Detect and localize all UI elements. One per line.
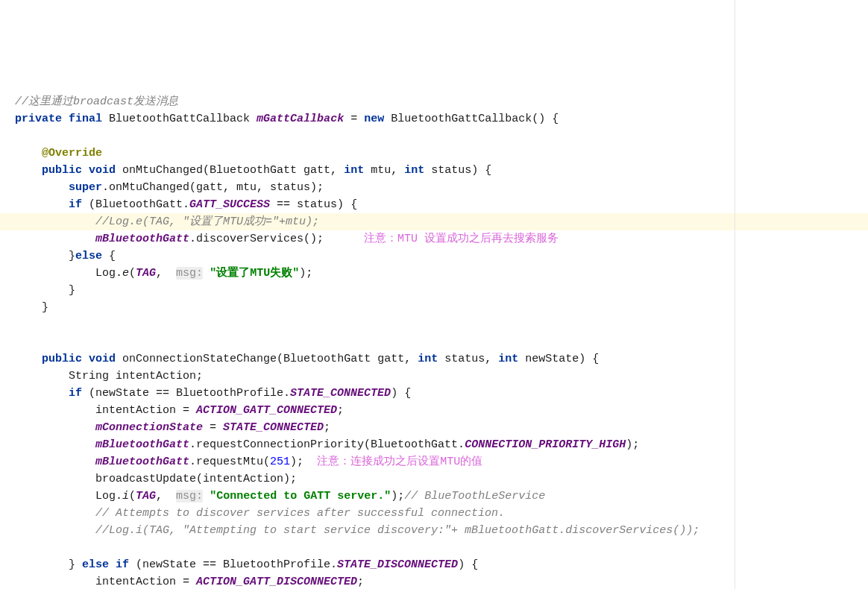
- code: Log.: [95, 490, 122, 503]
- keyword: int: [404, 164, 424, 177]
- keyword: void: [89, 353, 116, 365]
- method-sig: onConnectionStateChange(BluetoothGatt ga…: [122, 353, 411, 365]
- type: BluetoothGattCallback: [109, 113, 250, 125]
- keyword: public: [42, 164, 82, 177]
- paren: );: [626, 438, 639, 451]
- paren: );: [299, 267, 312, 280]
- constant: ACTION_GATT_DISCONNECTED: [196, 576, 357, 588]
- keyword: new: [364, 113, 384, 125]
- brace: }: [69, 284, 75, 297]
- comment-line: // BlueToothLeService: [404, 490, 545, 503]
- op: =: [203, 421, 223, 434]
- op: =: [350, 113, 357, 125]
- keyword: else: [75, 250, 102, 262]
- brace: {: [102, 250, 116, 262]
- code: == status) {: [270, 198, 357, 211]
- keyword: final: [69, 113, 102, 125]
- paren: (: [129, 490, 136, 503]
- keyword: void: [89, 164, 116, 177]
- code: intentAction =: [95, 576, 196, 588]
- keyword: int: [344, 164, 364, 177]
- brace: }: [69, 558, 82, 571]
- code: Log.: [95, 267, 122, 280]
- brace: }: [42, 301, 48, 314]
- string-literal: "设置了MTU失败": [210, 267, 299, 280]
- brace: }: [69, 250, 75, 262]
- annotation: @Override: [42, 147, 102, 160]
- semi: ;: [337, 404, 344, 417]
- constant: ACTION_GATT_CONNECTED: [196, 404, 337, 417]
- editor-right-margin: [735, 0, 735, 589]
- field: mConnectionState: [95, 421, 203, 434]
- code: .discoverServices();: [189, 233, 324, 245]
- inline-note: 注意：MTU 设置成功之后再去搜索服务: [364, 233, 559, 245]
- inline-note: 注意：连接成功之后设置MTU的值: [317, 456, 482, 468]
- field: mGattCallback: [257, 113, 344, 125]
- keyword: if: [69, 198, 82, 211]
- constant: STATE_CONNECTED: [223, 421, 324, 434]
- code: .requestConnectionPriority(BluetoothGatt…: [189, 438, 465, 451]
- code: intentAction =: [95, 404, 196, 417]
- method-sig: onMtuChanged(BluetoothGatt gatt,: [122, 164, 337, 177]
- param: mtu,: [371, 164, 397, 177]
- code: (BluetoothGatt.: [89, 198, 189, 211]
- code-editor-view[interactable]: //这里通过broadcast发送消息 private final Blueto…: [15, 93, 853, 589]
- code: .onMtuChanged(gatt, mtu, status);: [102, 181, 324, 194]
- code: ) {: [391, 387, 411, 400]
- code: (newState == BluetoothProfile.: [89, 387, 290, 400]
- comma: ,: [156, 267, 176, 280]
- field: TAG: [136, 267, 156, 280]
- field: mBluetoothGatt: [95, 233, 189, 245]
- paren: );: [290, 456, 317, 468]
- param-hint: msg:: [176, 267, 203, 280]
- constant: GATT_SUCCESS: [189, 198, 270, 211]
- code: (newState == BluetoothProfile.: [129, 558, 337, 571]
- constant: CONNECTION_PRIORITY_HIGH: [465, 438, 626, 451]
- field: mBluetoothGatt: [95, 456, 189, 468]
- semi: ;: [357, 576, 364, 588]
- semi: ;: [324, 421, 330, 434]
- field: mBluetoothGatt: [95, 438, 189, 451]
- static-method: e: [122, 267, 129, 280]
- keyword: if: [69, 387, 82, 400]
- param-hint: msg:: [176, 490, 203, 503]
- constant: STATE_DISCONNECTED: [337, 558, 458, 571]
- keyword: int: [498, 353, 518, 365]
- comma: ,: [156, 490, 176, 503]
- keyword: private: [15, 113, 62, 125]
- field: TAG: [136, 490, 156, 503]
- comment-line: //Log.e(TAG, "设置了MTU成功="+mtu);: [95, 215, 319, 228]
- comment-line: //Log.i(TAG, "Attempting to start servic…: [95, 524, 699, 537]
- string-literal: "Connected to GATT server.": [210, 490, 391, 503]
- code: ) {: [458, 558, 478, 571]
- comment-line: // Attempts to discover services after s…: [95, 507, 505, 520]
- keyword: public: [42, 353, 82, 365]
- code: broadcastUpdate(intentAction);: [95, 473, 297, 485]
- paren: (: [129, 267, 136, 280]
- param: status,: [444, 353, 491, 365]
- code: String intentAction;: [69, 370, 203, 382]
- comment-line: //这里通过broadcast发送消息: [15, 95, 178, 108]
- param: status) {: [431, 164, 491, 177]
- constant: STATE_CONNECTED: [290, 387, 391, 400]
- param: newState) {: [525, 353, 599, 365]
- code: BluetoothGattCallback() {: [391, 113, 559, 125]
- number-literal: 251: [270, 456, 290, 468]
- paren: );: [391, 490, 404, 503]
- keyword: else if: [82, 558, 129, 571]
- code: .requestMtu(: [189, 456, 270, 468]
- static-method: i: [122, 490, 129, 503]
- keyword: super: [69, 181, 102, 194]
- keyword: int: [418, 353, 438, 365]
